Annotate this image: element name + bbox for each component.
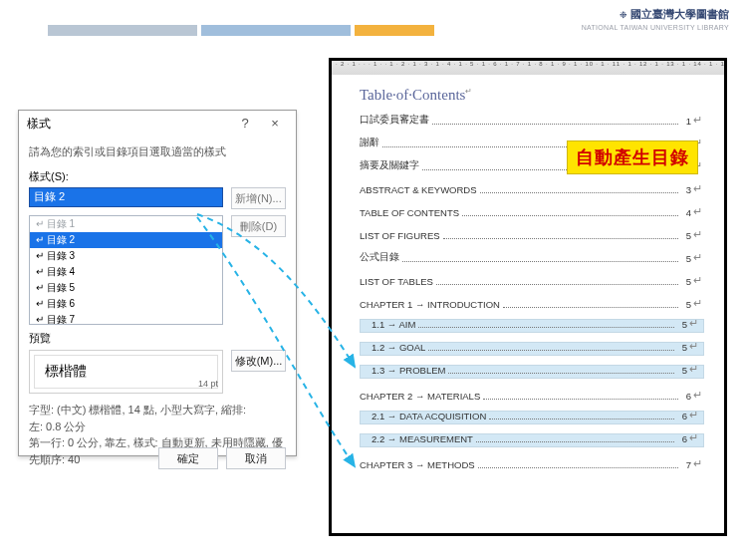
- style-listbox[interactable]: ↵ 目錄 1↵ 目錄 2↵ 目錄 3↵ 目錄 4↵ 目錄 5↵ 目錄 6↵ 目錄…: [29, 215, 223, 325]
- toc-entry-level1: CHAPTER 3 → METHODS7↵: [360, 456, 704, 470]
- document-page: Table·of·Contents↵ 口試委員審定書1↵謝辭2↵摘要及關鍵字3↵…: [332, 75, 724, 487]
- style-list-item[interactable]: ↵ 目錄 5: [30, 280, 222, 296]
- toc-entry-level2: 1.2 → GOAL5↵: [360, 342, 704, 356]
- toc-entry-level1: LIST OF FIGURES5↵: [360, 227, 704, 241]
- header-band: ❉ 國立臺灣大學圖書館 NATIONAL TAIWAN UNIVERSITY L…: [48, 25, 729, 41]
- modify-button[interactable]: 修改(M)...: [231, 350, 286, 372]
- horizontal-ruler: · 2 · 1 · · · 1 · · 1 · 2 · 1 · 3 · 1 · …: [332, 61, 724, 75]
- preview-pt: 14 pt: [198, 379, 218, 389]
- new-button[interactable]: 新增(N)...: [231, 187, 286, 209]
- help-button[interactable]: ?: [230, 111, 260, 137]
- preview-box: 標楷體 14 pt: [29, 350, 223, 394]
- close-button[interactable]: ×: [260, 111, 290, 137]
- style-list-item[interactable]: ↵ 目錄 6: [30, 296, 222, 312]
- toc-entry-level1: ABSTRACT & KEYWORDS3↵: [360, 181, 704, 195]
- toc-entry-level1: 口試委員審定書1↵: [360, 113, 704, 127]
- style-list-item[interactable]: ↵ 目錄 4: [30, 264, 222, 280]
- preview-label: 預覽: [29, 331, 286, 346]
- delete-button[interactable]: 刪除(D): [231, 215, 286, 237]
- document-panel: · 2 · 1 · · · 1 · · 1 · 2 · 1 · 3 · 1 · …: [329, 58, 727, 536]
- preview-sample: 標楷體: [34, 355, 218, 389]
- logo-glyph: ❉: [620, 10, 630, 20]
- toc-entry-level1: CHAPTER 2 → MATERIALS6↵: [360, 388, 704, 402]
- style-list-item[interactable]: ↵ 目錄 3: [30, 248, 222, 264]
- style-list-item[interactable]: ↵ 目錄 1: [30, 216, 222, 232]
- cancel-button[interactable]: 取消: [226, 447, 286, 469]
- toc-entry-level2: 2.2 → MEASUREMENT6↵: [360, 433, 704, 447]
- styles-label: 樣式(S):: [29, 169, 286, 184]
- style-dialog: 樣式 ? × 請為您的索引或目錄項目選取適當的樣式 樣式(S): 目錄 2 新增…: [18, 110, 297, 456]
- dialog-instruction: 請為您的索引或目錄項目選取適當的樣式: [29, 144, 286, 159]
- toc-entry-level2: 1.3 → PROBLEM5↵: [360, 365, 704, 379]
- style-list-item[interactable]: ↵ 目錄 2: [30, 232, 222, 248]
- university-name-en: NATIONAL TAIWAN UNIVERSITY LIBRARY: [582, 24, 729, 31]
- toc-entry-level2: 2.1 → DATA ACQUISITION6↵: [360, 411, 704, 424]
- toc-title: Table·of·Contents↵: [360, 87, 704, 104]
- toc-entry-level1: LIST OF TABLES5↵: [360, 273, 704, 287]
- auto-toc-callout: 自動產生目錄: [567, 140, 698, 174]
- toc-entry-level1: TABLE OF CONTENTS4↵: [360, 204, 704, 218]
- toc-entry-level2: 1.1 → AIM5↵: [360, 319, 704, 333]
- library-logo: ❉ 國立臺灣大學圖書館 NATIONAL TAIWAN UNIVERSITY L…: [582, 7, 729, 32]
- paragraph-mark-icon: ↵: [465, 87, 472, 96]
- dialog-titlebar: 樣式 ? ×: [19, 111, 296, 137]
- toc-entry-level1: 公式目錄5↵: [360, 250, 704, 264]
- university-name: 國立臺灣大學圖書館: [630, 8, 729, 20]
- toc-entry-level1: CHAPTER 1 → INTRODUCTION5↵: [360, 296, 704, 310]
- style-name-input[interactable]: 目錄 2: [29, 187, 223, 207]
- ok-button[interactable]: 確定: [158, 447, 218, 469]
- style-list-item[interactable]: ↵ 目錄 7: [30, 312, 222, 325]
- dialog-title: 樣式: [27, 111, 230, 137]
